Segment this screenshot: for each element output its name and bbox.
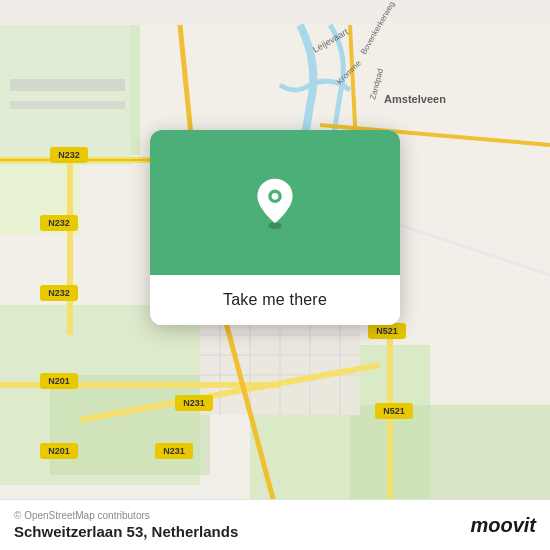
bottom-bar: © OpenStreetMap contributors Schweitzerl… [0,499,550,550]
moovit-logo: moovit [470,514,536,537]
svg-text:N231: N231 [183,398,205,408]
osm-credit: © OpenStreetMap contributors [14,510,238,521]
bottom-info: © OpenStreetMap contributors Schweitzerl… [14,510,238,540]
svg-text:N231: N231 [163,446,185,456]
svg-text:N232: N232 [48,288,70,298]
svg-text:N521: N521 [383,406,405,416]
svg-rect-3 [0,25,130,165]
moovit-text: moovit [470,514,536,537]
svg-text:N521: N521 [376,326,398,336]
location-pin-icon [249,177,301,229]
svg-rect-7 [50,375,210,475]
location-name: Schweitzerlaan 53, Netherlands [14,523,238,540]
take-me-there-button[interactable]: Take me there [150,275,400,325]
svg-text:N232: N232 [48,218,70,228]
map-container: N232 N232 N232 N201 N201 N231 N231 N521 … [0,0,550,550]
svg-point-58 [272,192,279,199]
card-map-area [150,130,400,275]
svg-text:N201: N201 [48,376,70,386]
svg-text:Amstelveen: Amstelveen [384,93,446,105]
svg-point-56 [268,222,281,229]
svg-text:N201: N201 [48,446,70,456]
location-card: Take me there [150,130,400,325]
svg-text:N232: N232 [58,150,80,160]
